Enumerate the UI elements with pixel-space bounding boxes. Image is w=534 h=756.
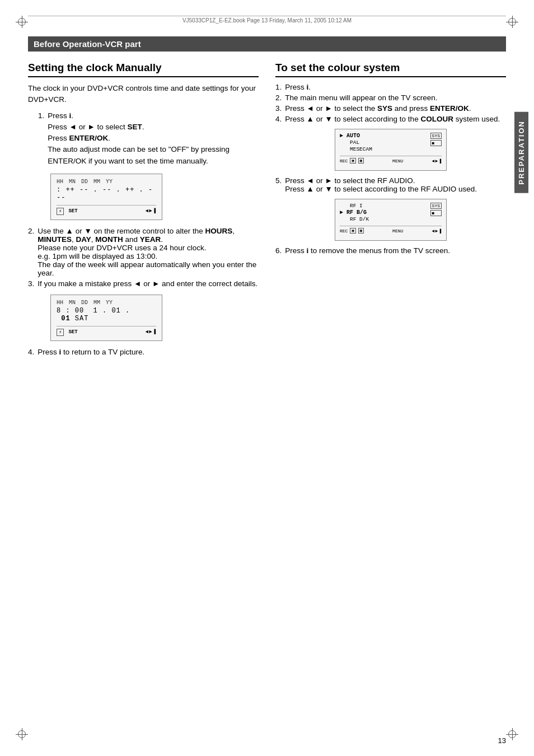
rf-bottom-mid: MENU: [392, 228, 403, 234]
step-4: 4. Press i to return to a TV picture.: [28, 348, 259, 356]
rf-menu: RF I ► RF B/G RF D/K: [340, 203, 427, 223]
step-1-sub1: Press ◄ or ► to select SET.: [48, 123, 144, 131]
right-step-3-content: Press ◄ or ► to select the SYS and press…: [285, 104, 471, 113]
step-2-content: Use the ▲ or ▼ on the remote control to …: [38, 227, 259, 277]
right-column: To set the colour system 1. Press i. 2. …: [275, 62, 506, 358]
rf-screen-bottom: REC ▣ ▦ MENU ◄►▐: [340, 226, 442, 234]
step-1: 1. Press i. Press ◄ or ► to select SET. …: [38, 110, 259, 167]
step-4-num: 4.: [28, 348, 34, 356]
side-label: PREPARATION: [514, 112, 528, 193]
rf-row-3: RF D/K: [340, 216, 427, 222]
right-step-2: 2. The main menu will appear on the TV s…: [275, 94, 506, 102]
cs-bottom-left: REC ▣ ▦: [340, 158, 364, 164]
right-step-4-content: Press ▲ or ▼ to select according to the …: [285, 115, 500, 123]
screen2-time: 8 : 00 1 . 01 . 01 SAT: [57, 307, 130, 323]
step-2-sub3: The day of the week will appear automati…: [38, 260, 256, 277]
step-1-sub3: The auto adjust mode can be set to "OFF"…: [48, 145, 229, 165]
corner-crosshair-br: [506, 728, 518, 740]
screen-display-1: HH MN DD MM YY : ++ -- . -- . ++ . --- ⚡…: [50, 174, 162, 220]
rf-item-bg: RF B/G: [346, 209, 367, 216]
colour-screen: ► AUTO PAL MESECAM SYS: [335, 129, 447, 171]
cs-icon2: ▦: [358, 158, 364, 164]
screen1-labels: HH MN DD MM YY: [57, 179, 156, 185]
left-column: Setting the clock Manually The clock in …: [28, 62, 259, 358]
file-info: VJ5033CP1Z_E-EZ.book Page 13 Friday, Mar…: [28, 16, 506, 24]
set-box: ⚡: [57, 208, 64, 215]
page-content: Before Operation-VCR part Setting the cl…: [28, 36, 506, 728]
cs-box2: ■: [430, 140, 442, 146]
rf-nav-icons: ◄►▐: [432, 228, 442, 234]
cs-screen-bottom: REC ▣ ▦ MENU ◄►▐: [340, 156, 442, 164]
corner-crosshair-tl: [16, 16, 28, 28]
step-4-content: Press i to return to a TV picture.: [38, 348, 144, 356]
step-2-sub2: e.g. 1pm will be displayed as 13:00.: [38, 252, 157, 260]
rf-screen: RF I ► RF B/G RF D/K SYS ■: [335, 199, 447, 241]
screen2-label-hh: HH: [57, 300, 63, 306]
screen2-label-yy: YY: [106, 300, 113, 306]
rf-item-dk: RF D/K: [350, 216, 369, 222]
cs-item-auto: AUTO: [346, 133, 360, 139]
step-3-content: If you make a mistake press ◄ or ► and e…: [38, 279, 257, 288]
rf-row-1: RF I: [340, 203, 427, 209]
screen2-values: 8 : 00 1 . 01 . 01 SAT: [57, 307, 156, 323]
screen2-label-dd: DD: [81, 300, 88, 306]
left-title: Setting the clock Manually: [28, 62, 259, 77]
screen1-label-mn: MN: [69, 179, 76, 185]
rf-right-panel: SYS ■: [430, 203, 442, 216]
corner-crosshair-bl: [16, 728, 28, 740]
rf-bottom-left: REC ▣ ▦: [340, 228, 364, 234]
step-3: 3. If you make a mistake press ◄ or ► an…: [28, 279, 259, 288]
rf-item1: RF I: [350, 203, 363, 209]
right-step-1: 1. Press i.: [275, 83, 506, 91]
right-step-5-content: Press ◄ or ► to select the RF AUDIO. Pre…: [285, 176, 477, 193]
rf-screen-inner: RF I ► RF B/G RF D/K SYS ■: [340, 203, 442, 223]
step-1-sub2: Press ENTER/OK.: [48, 134, 110, 142]
screen2-labels: HH MN DD MM YY: [57, 300, 156, 306]
cs-rec: REC: [340, 158, 348, 164]
screen1-label-mm: MM: [93, 179, 100, 185]
step-3-num: 3.: [28, 279, 34, 288]
cs-right-panel: SYS ■: [430, 133, 442, 146]
cs-item-mesecam: MESECAM: [350, 146, 372, 152]
rf-row-2: ► RF B/G: [340, 209, 427, 216]
rf-icon1: ▣: [350, 228, 355, 234]
section-header: Before Operation-VCR part: [28, 36, 506, 52]
screen1-label-hh: HH: [57, 179, 63, 185]
right-step-1-num: 1.: [275, 83, 282, 91]
right-step-5-num: 5.: [275, 176, 282, 193]
cs-arrow1: ►: [340, 133, 343, 139]
rf-box2: ■: [430, 210, 442, 216]
rf-sys-box: SYS: [430, 203, 442, 209]
cs-bottom-mid: MENU: [392, 158, 403, 164]
step-2: 2. Use the ▲ or ▼ on the remote control …: [28, 227, 259, 277]
screen2-bottom: ⚡ SET ◄►▐: [57, 326, 156, 336]
two-column-layout: Setting the clock Manually The clock in …: [28, 62, 506, 358]
step-2-num: 2.: [28, 227, 34, 277]
rf-arrow: ►: [340, 209, 343, 216]
cs-menu-label: MENU: [392, 158, 403, 164]
step-1-main: Press i.: [48, 111, 73, 120]
left-steps: 1. Press i. Press ◄ or ► to select SET. …: [38, 110, 259, 167]
set-label: SET: [68, 208, 77, 214]
right-title: To set the colour system: [275, 62, 506, 77]
cs-icon1: ▣: [350, 158, 355, 164]
cs-nav-icons: ◄►▐: [432, 158, 442, 164]
cs-screen-inner: ► AUTO PAL MESECAM SYS: [340, 133, 442, 153]
right-step-6-num: 6.: [275, 246, 282, 255]
step-1-num: 1.: [38, 110, 44, 167]
screen-display-2: HH MN DD MM YY 8 : 00 1 . 01 . 01 SAT ⚡ …: [50, 295, 162, 341]
right-step-3-num: 3.: [275, 104, 282, 113]
right-step-4-num: 4.: [275, 115, 282, 123]
corner-crosshair-tr: [506, 16, 518, 28]
screen1-time: : ++ -- . -- . ++ . ---: [57, 186, 153, 202]
cs-item-pal: PAL: [350, 139, 359, 146]
right-step-6-content: Press i to remove the menus from the TV …: [285, 246, 450, 255]
right-step-3: 3. Press ◄ or ► to select the SYS and pr…: [275, 104, 506, 113]
page-number: 13: [498, 736, 506, 745]
right-step-5: 5. Press ◄ or ► to select the RF AUDIO. …: [275, 176, 506, 193]
screen1-label-dd: DD: [81, 179, 88, 185]
screen1-bottom: ⚡ SET ◄►▐: [57, 205, 156, 215]
rf-menu-label: MENU: [392, 228, 403, 234]
screen2-nav: ◄►▐: [146, 329, 156, 335]
cs-row-3: MESECAM: [340, 146, 427, 152]
